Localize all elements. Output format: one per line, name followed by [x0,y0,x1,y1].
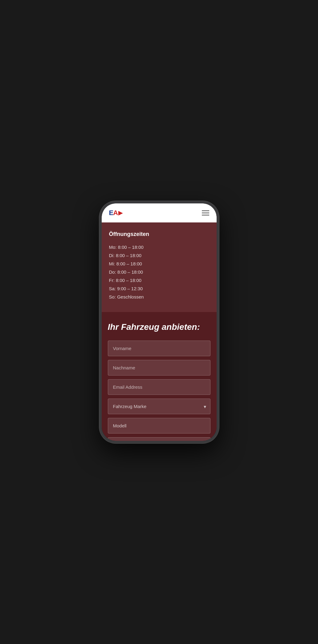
antrieb-select[interactable]: Antrieb [108,437,210,441]
hamburger-line-3 [202,215,209,215]
hamburger-menu-button[interactable] [202,210,209,215]
form-heading: Ihr Fahrzeug anbieten: [108,322,210,332]
hours-list: Mo: 8:00 – 18:00 Di: 8:00 – 18:00 Mi: 8:… [109,243,209,301]
fahrzeug-marke-select[interactable]: Fahrzeug Marke [108,399,210,414]
logo: EA ▶ [109,209,123,217]
logo-arrow-icon: ▶ [118,210,123,216]
logo-letter-a: A [113,209,118,217]
nachname-input[interactable] [108,360,210,376]
phone-screen: EA ▶ Öffnungszeiten Mo: 8:00 – 18:00 Di:… [102,203,217,441]
fahrzeug-marke-wrapper: Fahrzeug Marke ▾ [108,399,210,414]
header: EA ▶ [102,203,217,222]
email-input[interactable] [108,379,210,395]
hours-thursday: Do: 8:00 – 18:00 [109,268,209,276]
hours-tuesday: Di: 8:00 – 18:00 [109,251,209,260]
antrieb-wrapper: Antrieb ▾ [108,437,210,441]
vehicle-offer-form-section: Ihr Fahrzeug anbieten: Fahrzeug Marke ▾ … [102,312,217,441]
hours-monday: Mo: 8:00 – 18:00 [109,243,209,251]
hamburger-line-1 [202,210,209,211]
hours-saturday: Sa: 9:00 – 12:30 [109,284,209,293]
logo-letter-e: E [109,209,113,217]
hamburger-line-2 [202,213,209,213]
modell-wrapper: Modell [108,418,210,434]
vorname-input[interactable] [108,341,210,356]
opening-hours-title: Öffnungszeiten [109,231,209,237]
hours-friday: Fr: 8:00 – 18:00 [109,276,209,284]
hours-sunday: So: Geschlossen [109,293,209,301]
form-fields: Fahrzeug Marke ▾ Modell Antrieb ▾ [108,341,210,441]
hours-wednesday: Mi: 8:00 – 18:00 [109,260,209,268]
phone-frame: EA ▶ Öffnungszeiten Mo: 8:00 – 18:00 Di:… [99,201,219,443]
opening-hours-section: Öffnungszeiten Mo: 8:00 – 18:00 Di: 8:00… [102,222,217,312]
modell-select[interactable]: Modell [108,418,210,434]
